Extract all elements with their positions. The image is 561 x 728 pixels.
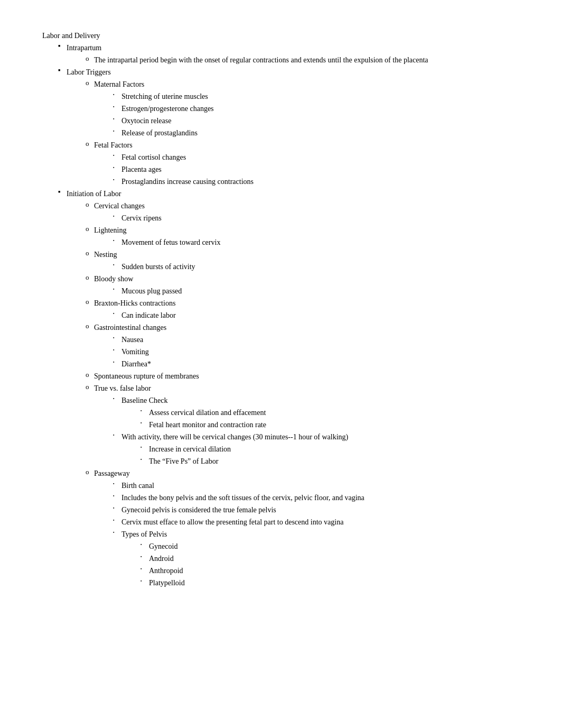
list-item: Anthropoid [141, 565, 519, 576]
list-item: Android [141, 553, 519, 564]
item-text: Prostaglandins increase causing contract… [121, 178, 254, 186]
item-text: Types of Pelvis [121, 530, 167, 538]
item-text: Nausea [121, 336, 143, 344]
list-item: Bloody show Mucous plug passed [86, 273, 519, 297]
list-item: Mucous plug passed [113, 285, 519, 297]
item-text: Increase in cervical dilation [149, 445, 231, 453]
list-item: Cervix ripens [113, 213, 519, 224]
item-text: Fetal heart monitor and contraction rate [149, 421, 266, 429]
item-text: Fetal cortisol changes [121, 153, 186, 161]
list-item: Labor Triggers Maternal Factors Stretchi… [58, 67, 519, 187]
item-text: Gynecoid [149, 542, 177, 550]
page-title: Labor and Delivery [42, 32, 519, 40]
list-item: Prostaglandins increase causing contract… [113, 176, 519, 187]
list-item: Maternal Factors Stretching of uterine m… [86, 79, 519, 139]
item-text: Placenta ages [121, 165, 162, 173]
item-text: Oxytocin release [121, 117, 171, 125]
list-item: Oxytocin release [113, 115, 519, 126]
list-item: Initiation of Labor Cervical changes Cer… [58, 188, 519, 588]
item-text: Anthropoid [149, 567, 183, 575]
item-text: Nesting [94, 251, 117, 259]
item-text: Release of prostaglandins [121, 129, 198, 137]
item-text: Estrogen/progesterone changes [121, 105, 214, 113]
item-text: Cervix ripens [121, 214, 162, 222]
item-text: Braxton-Hicks contractions [94, 299, 175, 307]
item-text: Vomiting [121, 348, 149, 356]
list-item: Fetal heart monitor and contraction rate [141, 419, 519, 430]
list-item: Lightening Movement of fetus toward cerv… [86, 225, 519, 248]
list-item: Birth canal [113, 480, 519, 491]
item-text: Sudden bursts of activity [121, 263, 195, 271]
list-item: The intrapartal period begin with the on… [86, 54, 519, 66]
item-text: True vs. false labor [94, 384, 151, 392]
list-item: True vs. false labor Baseline Check Asse… [86, 383, 519, 467]
item-text: Fetal Factors [94, 141, 133, 149]
item-text: Platypelloid [149, 579, 185, 587]
item-text: Cervix must efface to allow the presenti… [121, 518, 343, 526]
list-item: Nausea [113, 334, 519, 345]
item-text: Cervical changes [94, 202, 145, 210]
list-item: Baseline Check Assess cervical dilation … [113, 395, 519, 430]
item-text: Spontaneous rupture of membranes [94, 372, 199, 380]
list-item: Braxton-Hicks contractions Can indicate … [86, 298, 519, 321]
list-item: Release of prostaglandins [113, 127, 519, 139]
list-item: Stretching of uterine muscles [113, 91, 519, 102]
list-item: Gynecoid [141, 541, 519, 552]
item-text: Birth canal [121, 482, 154, 490]
list-item: Nesting Sudden bursts of activity [86, 249, 519, 272]
list-item: Platypelloid [141, 577, 519, 588]
list-item: Assess cervical dilation and effacement [141, 407, 519, 418]
item-text: Lightening [94, 226, 126, 234]
list-item: Fetal cortisol changes [113, 152, 519, 163]
item-text: Baseline Check [121, 397, 167, 404]
item-text: The “Five Ps” of Labor [149, 457, 218, 465]
section-label: Initiation of Labor [67, 190, 121, 198]
list-item: Includes the bony pelvis and the soft ti… [113, 492, 519, 503]
list-item: With activity, there will be cervical ch… [113, 431, 519, 467]
list-item: Fetal Factors Fetal cortisol changes Pla… [86, 140, 519, 187]
list-item: Cervical changes Cervix ripens [86, 200, 519, 224]
item-text: Gynecoid pelvis is considered the true f… [121, 506, 276, 514]
item-text: Stretching of uterine muscles [121, 93, 208, 100]
item-text: Android [149, 555, 174, 563]
list-item: Gastrointestinal changes Nausea Vomiting… [86, 322, 519, 370]
list-item: Vomiting [113, 346, 519, 357]
list-item: Spontaneous rupture of membranes [86, 371, 519, 382]
list-item: Placenta ages [113, 164, 519, 175]
item-text: With activity, there will be cervical ch… [121, 433, 348, 441]
item-text: Includes the bony pelvis and the soft ti… [121, 494, 364, 502]
item-text: Diarrhea* [121, 360, 151, 368]
section-label: Intrapartum [67, 44, 101, 52]
item-text: The intrapartal period begin with the on… [94, 56, 428, 64]
list-item: Intrapartum The intrapartal period begin… [58, 42, 519, 66]
item-text: Assess cervical dilation and effacement [149, 409, 266, 417]
item-text: Mucous plug passed [121, 287, 182, 295]
item-text: Can indicate labor [121, 311, 176, 319]
list-item: Diarrhea* [113, 358, 519, 370]
list-item: Cervix must efface to allow the presenti… [113, 517, 519, 528]
item-text: Maternal Factors [94, 80, 144, 88]
document-container: Labor and Delivery Intrapartum The intra… [42, 32, 519, 588]
item-text: Gastrointestinal changes [94, 324, 166, 331]
list-item: Increase in cervical dilation [141, 444, 519, 455]
list-item: Passageway Birth canal Includes the bony… [86, 468, 519, 588]
list-item: Can indicate labor [113, 310, 519, 321]
list-item: The “Five Ps” of Labor [141, 456, 519, 467]
list-item: Gynecoid pelvis is considered the true f… [113, 504, 519, 515]
list-item: Types of Pelvis Gynecoid Android Anthrop… [113, 529, 519, 588]
item-text: Movement of fetus toward cervix [121, 238, 220, 246]
item-text: Bloody show [94, 275, 133, 283]
list-item: Sudden bursts of activity [113, 261, 519, 272]
list-item: Movement of fetus toward cervix [113, 237, 519, 248]
item-text: Passageway [94, 469, 130, 477]
list-item: Estrogen/progesterone changes [113, 103, 519, 114]
section-label: Labor Triggers [67, 68, 111, 76]
